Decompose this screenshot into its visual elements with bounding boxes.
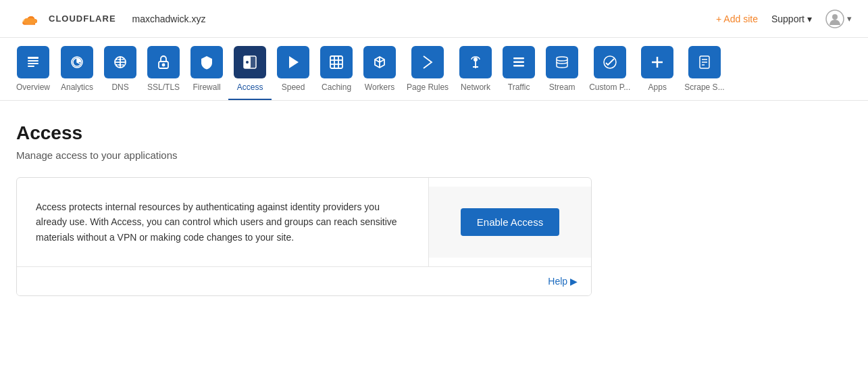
tab-caching-label: Caching	[322, 82, 351, 92]
tab-ssl-tls-label: SSL/TLS	[147, 82, 180, 92]
tab-traffic-label: Traffic	[508, 82, 530, 92]
tab-page-rules[interactable]: Page Rules	[401, 38, 454, 100]
tab-traffic[interactable]: Traffic	[497, 38, 540, 100]
tab-dns-label: DNS	[111, 82, 128, 92]
tab-access[interactable]: Access	[228, 38, 272, 100]
tab-analytics[interactable]: Analytics	[55, 38, 99, 100]
tab-firewall-label: Firewall	[193, 82, 220, 92]
svg-rect-5	[28, 63, 39, 64]
enable-access-button[interactable]: Enable Access	[461, 208, 559, 236]
tab-speed-label: Speed	[282, 82, 305, 92]
tab-dns-icon	[104, 46, 136, 78]
access-card: Access protects internal resources by au…	[16, 177, 592, 296]
tab-overview-label: Overview	[16, 82, 50, 92]
tab-stream-icon	[546, 46, 578, 78]
tab-scrape-shield-icon	[688, 46, 721, 78]
tab-speed-icon	[277, 46, 309, 78]
tab-apps[interactable]: Apps	[636, 38, 679, 100]
user-chevron-icon: ▾	[847, 14, 852, 24]
logo-area: CLOUDFLARE	[16, 9, 116, 28]
svg-point-0	[22, 18, 36, 24]
tab-custom-pages[interactable]: Custom P...	[584, 38, 636, 100]
help-link[interactable]: Help ▶	[548, 276, 578, 287]
tab-workers[interactable]: Workers	[358, 38, 401, 100]
tab-firewall[interactable]: Firewall	[185, 38, 228, 100]
user-icon	[825, 9, 844, 28]
tab-caching[interactable]: Caching	[315, 38, 358, 100]
svg-rect-4	[28, 60, 39, 62]
tab-network-icon	[459, 46, 492, 78]
tab-overview-icon	[17, 46, 49, 78]
support-button[interactable]: Support ▾	[771, 14, 812, 24]
access-description: Access protects internal resources by au…	[17, 178, 429, 266]
header-actions: + Add site Support ▾ ▾	[716, 9, 852, 28]
tab-custom-pages-label: Custom P...	[589, 82, 630, 92]
tab-scrape-shield-label: Scrape S...	[684, 82, 724, 92]
tab-access-icon	[234, 46, 266, 78]
tab-dns[interactable]: DNS	[99, 38, 142, 100]
tab-ssl-tls[interactable]: SSL/TLS	[142, 38, 185, 100]
tab-page-rules-icon	[411, 46, 444, 78]
svg-point-14	[246, 61, 249, 64]
svg-rect-3	[28, 57, 39, 59]
tab-workers-label: Workers	[365, 82, 394, 92]
site-name: maxchadwick.xyz	[132, 14, 717, 24]
tab-caching-icon	[320, 46, 353, 78]
tab-stream-label: Stream	[549, 82, 576, 92]
tab-overview[interactable]: Overview	[11, 38, 55, 100]
tab-traffic-icon	[503, 46, 535, 78]
tab-apps-icon	[641, 46, 673, 78]
access-card-body: Access protects internal resources by au…	[17, 178, 591, 266]
chevron-down-icon: ▾	[807, 14, 812, 24]
user-menu-button[interactable]: ▾	[825, 9, 852, 28]
tab-analytics-icon	[61, 46, 93, 78]
tab-apps-label: Apps	[648, 82, 667, 92]
cloudflare-logo-text: CLOUDFLARE	[49, 14, 116, 24]
tab-firewall-icon	[190, 46, 223, 78]
svg-rect-6	[28, 66, 34, 67]
cloudflare-logo-icon	[16, 9, 43, 28]
tab-workers-icon	[363, 46, 396, 78]
page-title: Access	[16, 122, 592, 144]
help-arrow-icon: ▶	[570, 276, 578, 287]
svg-rect-23	[513, 62, 524, 64]
svg-point-2	[832, 14, 838, 20]
tab-page-rules-label: Page Rules	[407, 82, 449, 92]
tab-custom-pages-icon	[594, 46, 626, 78]
access-card-footer: Help ▶	[17, 266, 591, 295]
main-content: Access Manage access to your application…	[0, 101, 608, 318]
tab-speed[interactable]: Speed	[272, 38, 315, 100]
nav-tabs: Overview Analytics DNS SSL/TLS Firewall	[0, 38, 868, 101]
tab-analytics-label: Analytics	[61, 82, 93, 92]
page-subtitle: Manage access to your applications	[16, 149, 592, 161]
tab-scrape-shield[interactable]: Scrape S...	[679, 38, 730, 100]
svg-rect-16	[330, 56, 342, 68]
svg-point-21	[474, 57, 478, 62]
access-card-action: Enable Access	[429, 187, 591, 258]
tab-network[interactable]: Network	[454, 38, 497, 100]
tab-stream[interactable]: Stream	[540, 38, 584, 100]
svg-rect-22	[513, 57, 524, 59]
svg-point-11	[163, 64, 165, 66]
svg-marker-15	[289, 56, 299, 68]
tab-network-label: Network	[461, 82, 490, 92]
tab-access-label: Access	[237, 82, 263, 92]
svg-rect-24	[513, 65, 524, 67]
tab-ssl-tls-icon	[147, 46, 180, 78]
header: CLOUDFLARE maxchadwick.xyz + Add site Su…	[0, 0, 868, 38]
add-site-button[interactable]: + Add site	[716, 14, 758, 24]
